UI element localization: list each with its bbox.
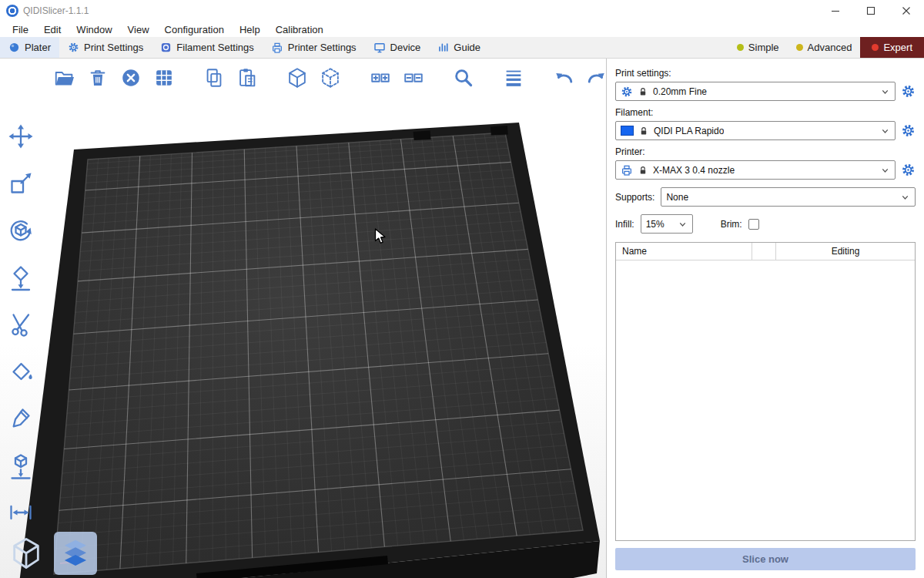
mode-expert[interactable]: Expert — [860, 37, 924, 58]
printer-value: X-MAX 3 0.4 nozzle — [653, 165, 735, 176]
gear-icon — [621, 86, 633, 98]
guide-icon — [437, 42, 449, 53]
chevron-down-icon — [678, 219, 688, 229]
paste-icon[interactable] — [233, 64, 261, 92]
close-button[interactable] — [889, 0, 924, 22]
tab-print-settings[interactable]: Print Settings — [59, 37, 152, 58]
filament-gear-button[interactable] — [901, 123, 916, 138]
print-settings-icon — [68, 42, 79, 53]
titlebar: QIDISlicer-1.1.1 — [0, 0, 924, 22]
supports-combo[interactable]: None — [661, 187, 916, 207]
delete-icon[interactable] — [84, 64, 112, 92]
tab-filament-settings[interactable]: Filament Settings — [152, 37, 262, 58]
device-icon — [373, 42, 386, 54]
plater-icon — [8, 42, 20, 53]
filament-value: QIDI PLA Rapido — [654, 126, 724, 136]
delete-all-icon[interactable] — [117, 64, 145, 92]
undo-icon[interactable] — [550, 64, 578, 92]
app-logo-icon — [6, 5, 18, 17]
print-settings-combo[interactable]: 0.20mm Fine — [615, 82, 896, 101]
minimize-button[interactable] — [818, 0, 853, 22]
printer-gear-button[interactable] — [901, 163, 916, 177]
printer-icon — [621, 164, 633, 176]
menu-calibration[interactable]: Calibration — [268, 22, 331, 37]
menubar: File Edit Window View Configuration Help… — [0, 22, 924, 37]
add-instance-icon[interactable] — [367, 64, 394, 92]
menu-edit[interactable]: Edit — [36, 22, 69, 37]
lock-icon — [638, 86, 648, 97]
preview-layers-view-button[interactable] — [54, 532, 97, 575]
tab-printer-settings[interactable]: Printer Settings — [263, 37, 365, 58]
copy-icon[interactable] — [200, 64, 228, 92]
object-list-header: Name Editing — [616, 243, 915, 260]
object-list: Name Editing — [615, 242, 916, 541]
sink-object-tool-icon[interactable] — [5, 449, 37, 482]
variable-layer-height-icon[interactable] — [500, 64, 527, 92]
column-name: Name — [616, 243, 752, 260]
column-extra — [752, 243, 775, 260]
infill-value: 15% — [646, 219, 665, 230]
printer-combo[interactable]: X-MAX 3 0.4 nozzle — [615, 160, 896, 180]
print-settings-gear-button[interactable] — [901, 84, 916, 99]
layers-view-icon — [58, 536, 93, 571]
menu-help[interactable]: Help — [232, 22, 268, 37]
cube-view-icon — [8, 536, 44, 571]
tab-device[interactable]: Device — [365, 37, 430, 58]
tabbar: Plater Print Settings Filament Settings … — [0, 37, 924, 59]
filament-combo[interactable]: QIDI PLA Rapido — [615, 121, 896, 140]
mode-simple[interactable]: Simple — [728, 37, 788, 58]
paint-support-tool-icon[interactable] — [5, 355, 37, 388]
filament-color-swatch — [621, 126, 634, 136]
search-icon[interactable] — [450, 64, 477, 92]
arrange-icon[interactable] — [150, 64, 178, 92]
brim-label: Brim: — [721, 219, 742, 230]
expert-dot-icon — [872, 44, 879, 51]
main-area: Print settings: 0.20mm Fine Filament: QI… — [0, 59, 924, 578]
remove-instance-icon[interactable] — [400, 64, 427, 92]
chevron-down-icon — [880, 165, 890, 175]
maximize-button[interactable] — [853, 0, 889, 22]
tab-guide[interactable]: Guide — [429, 37, 489, 58]
infill-combo[interactable]: 15% — [641, 214, 693, 234]
slice-now-button[interactable]: Slice now — [615, 548, 916, 570]
infill-label: Infill: — [615, 219, 634, 230]
lock-icon — [638, 165, 648, 176]
settings-sidebar: Print settings: 0.20mm Fine Filament: QI… — [606, 59, 924, 578]
mode-label: Simple — [748, 42, 779, 53]
gizmo-toolbar — [5, 120, 37, 529]
mode-label: Expert — [883, 42, 912, 53]
move-tool-icon[interactable] — [5, 120, 37, 153]
redo-icon[interactable] — [583, 64, 606, 92]
cut-tool-icon[interactable] — [5, 308, 37, 341]
filament-settings-icon — [160, 42, 172, 53]
menu-window[interactable]: Window — [69, 22, 119, 37]
brim-checkbox[interactable] — [748, 219, 759, 230]
supports-value: None — [666, 192, 688, 203]
tab-label: Plater — [25, 42, 51, 53]
menu-configuration[interactable]: Configuration — [157, 22, 232, 37]
measure-tool-icon[interactable] — [5, 496, 37, 529]
place-on-face-tool-icon[interactable] — [5, 261, 37, 294]
tab-label: Device — [390, 42, 421, 53]
lock-icon — [638, 126, 649, 136]
tab-label: Guide — [454, 42, 480, 53]
print-settings-value: 0.20mm Fine — [653, 86, 707, 97]
mode-advanced[interactable]: Advanced — [788, 37, 861, 58]
print-bed — [0, 59, 606, 578]
viewport-3d[interactable] — [0, 59, 606, 578]
scale-tool-icon[interactable] — [5, 167, 37, 200]
menu-view[interactable]: View — [120, 22, 157, 37]
tab-label: Print Settings — [84, 42, 143, 53]
chevron-down-icon — [880, 126, 890, 136]
menu-file[interactable]: File — [5, 22, 36, 37]
rotate-tool-icon[interactable] — [5, 214, 37, 247]
3d-editor-view-button[interactable] — [5, 532, 48, 575]
printer-settings-icon — [271, 42, 283, 54]
open-project-icon[interactable] — [51, 64, 79, 92]
object-list-body[interactable] — [616, 260, 915, 540]
simple-dot-icon — [737, 44, 744, 51]
split-to-objects-icon[interactable] — [283, 64, 311, 92]
seam-paint-tool-icon[interactable] — [5, 402, 37, 435]
tab-plater[interactable]: Plater — [0, 37, 59, 58]
split-to-parts-icon[interactable] — [316, 64, 344, 92]
